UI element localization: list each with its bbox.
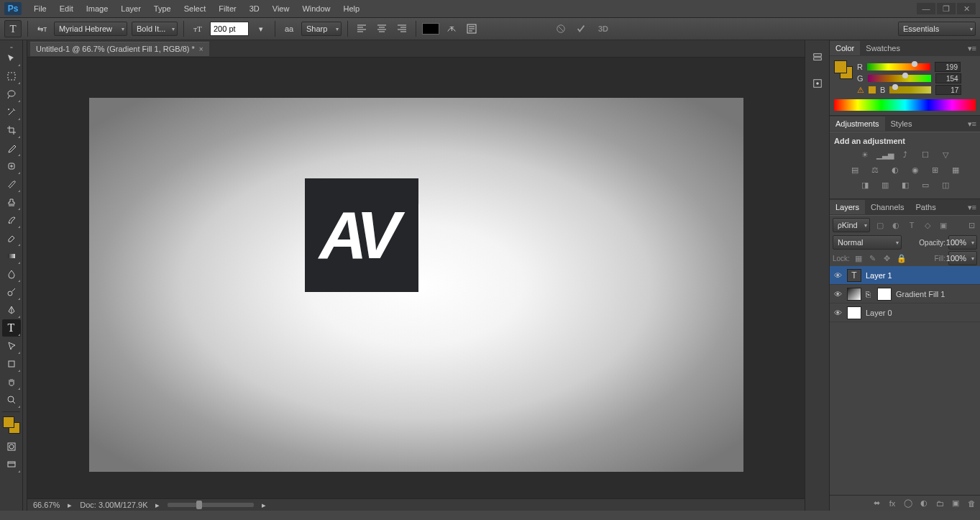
blend-mode-dropdown[interactable]: Normal [833, 235, 902, 250]
commit-edit-icon[interactable] [573, 21, 589, 37]
color-swatch-pair[interactable] [834, 60, 853, 79]
font-weight-dropdown[interactable]: Bold It... [132, 22, 178, 36]
adj-exposure-icon[interactable]: ☐ [919, 149, 932, 160]
layers-panel-menu[interactable]: ▾≡ [964, 203, 980, 212]
canvas[interactable]: AV [89, 98, 743, 472]
b-input[interactable]: 17 [935, 85, 961, 95]
type-tool[interactable]: T [2, 319, 21, 337]
zoom-tool[interactable] [2, 391, 21, 409]
font-size-input[interactable]: 200 pt [210, 22, 249, 36]
path-select-tool[interactable] [2, 337, 21, 355]
layer-mask-thumb[interactable] [877, 288, 892, 301]
minimize-button[interactable]: — [917, 3, 935, 14]
font-family-dropdown[interactable]: Myriad Hebrew [54, 22, 127, 36]
adj-threshold-icon[interactable]: ◧ [899, 179, 912, 191]
color-swatches[interactable] [3, 416, 20, 434]
tab-paths[interactable]: Paths [910, 200, 942, 214]
menu-filter[interactable]: Filter [212, 2, 242, 15]
menu-file[interactable]: File [27, 2, 53, 15]
layer-thumb[interactable] [847, 306, 861, 319]
document-tab[interactable]: Untitled-1 @ 66.7% (Gradient Fill 1, RGB… [30, 42, 209, 56]
adj-brightness-icon[interactable]: ☀ [858, 149, 871, 160]
lock-pos-icon[interactable]: ✥ [881, 253, 893, 263]
text-orientation-icon[interactable]: ⇆T [34, 21, 50, 37]
workspace-dropdown[interactable]: Essentials [898, 22, 976, 36]
adjustments-panel-menu[interactable]: ▾≡ [964, 119, 980, 129]
layer-row[interactable]: 👁 ⎘ Gradient Fill 1 [830, 285, 980, 304]
menu-view[interactable]: View [266, 2, 296, 15]
screenmode-tool[interactable] [2, 456, 21, 473]
blur-tool[interactable] [2, 265, 21, 283]
tab-adjustments[interactable]: Adjustments [830, 117, 885, 131]
tab-color[interactable]: Color [830, 41, 860, 55]
adj-lookup-icon[interactable]: ▦ [949, 164, 962, 175]
text-layer-box[interactable]: AV [305, 178, 418, 292]
visibility-icon[interactable]: 👁 [833, 308, 843, 318]
layer-thumb[interactable] [847, 288, 861, 301]
mask-icon[interactable]: ◯ [902, 498, 914, 509]
shape-tool[interactable] [2, 355, 21, 373]
pen-tool[interactable] [2, 301, 21, 319]
filter-pixel-icon[interactable]: ▢ [874, 220, 886, 230]
menu-image[interactable]: Image [80, 2, 115, 15]
lock-trans-icon[interactable]: ▦ [853, 253, 864, 263]
layer-filter-kind[interactable]: ρ Kind [833, 218, 870, 232]
adj-bw-icon[interactable]: ◐ [889, 164, 902, 175]
brush-tool[interactable] [2, 175, 21, 193]
layer-name[interactable]: Gradient Fill 1 [896, 290, 945, 298]
move-tool[interactable] [2, 50, 21, 67]
adj-curves-icon[interactable]: ⤴ [899, 149, 912, 160]
r-slider[interactable] [867, 63, 930, 70]
layer-row[interactable]: 👁 Layer 0 [830, 304, 980, 322]
align-left-icon[interactable] [354, 21, 370, 37]
zoom-stepper[interactable]: ▸ [67, 501, 73, 510]
layer-name[interactable]: Layer 0 [866, 309, 892, 317]
adj-photo-icon[interactable]: ◉ [909, 164, 922, 175]
adj-vibrance-icon[interactable]: ▽ [939, 149, 952, 160]
filter-smart-icon[interactable]: ▣ [938, 220, 949, 230]
g-slider[interactable] [868, 75, 931, 82]
filter-shape-icon[interactable]: ◇ [922, 220, 933, 230]
tab-layers[interactable]: Layers [830, 200, 865, 214]
tab-styles[interactable]: Styles [885, 117, 918, 131]
antialias-dropdown[interactable]: Sharp [301, 22, 342, 36]
new-layer-icon[interactable]: ▣ [950, 498, 961, 509]
fill-input[interactable]: 100% [948, 251, 977, 265]
adj-invert-icon[interactable]: ◨ [858, 179, 871, 191]
adj-poster-icon[interactable]: ▥ [879, 179, 892, 191]
zoom-value[interactable]: 66.67% [33, 501, 60, 509]
scrubber[interactable] [168, 503, 254, 507]
history-brush-tool[interactable] [2, 211, 21, 229]
font-size-stepper[interactable]: ▾ [253, 21, 269, 37]
scrubber-play[interactable]: ▸ [261, 501, 267, 510]
adj-balance-icon[interactable]: ⚖ [869, 164, 881, 175]
menu-window[interactable]: Window [296, 2, 336, 15]
crop-tool[interactable] [2, 122, 21, 139]
color-panel-menu[interactable]: ▾≡ [964, 44, 980, 53]
char-panel-icon[interactable] [464, 21, 480, 37]
menu-select[interactable]: Select [178, 2, 213, 15]
adj-hue-icon[interactable]: ▤ [848, 164, 861, 175]
filter-toggle[interactable]: ⊡ [966, 220, 977, 230]
layer-thumb[interactable]: T [847, 269, 861, 282]
menu-type[interactable]: Type [147, 2, 178, 15]
doc-size[interactable]: Doc: 3.00M/127.9K [80, 501, 147, 509]
quickmask-tool[interactable] [2, 438, 21, 455]
lasso-tool[interactable] [2, 86, 21, 103]
stamp-tool[interactable] [2, 193, 21, 211]
dodge-tool[interactable] [2, 283, 21, 301]
fill-adj-icon[interactable]: ◐ [918, 498, 930, 509]
color-spectrum[interactable] [834, 99, 976, 111]
3d-icon[interactable]: 3D [593, 21, 613, 37]
visibility-icon[interactable]: 👁 [833, 270, 843, 280]
close-tab-icon[interactable]: × [199, 45, 203, 53]
menu-layer[interactable]: Layer [114, 2, 147, 15]
doc-info-menu[interactable]: ▸ [155, 501, 160, 510]
b-slider[interactable] [889, 86, 931, 93]
fx-icon[interactable]: fx [887, 498, 898, 509]
cancel-edit-icon[interactable] [553, 21, 569, 37]
heal-tool[interactable] [2, 158, 21, 175]
adj-levels-icon[interactable]: ▁▃▅ [879, 149, 892, 160]
tab-swatches[interactable]: Swatches [860, 41, 906, 55]
properties-panel-icon[interactable] [807, 73, 828, 93]
